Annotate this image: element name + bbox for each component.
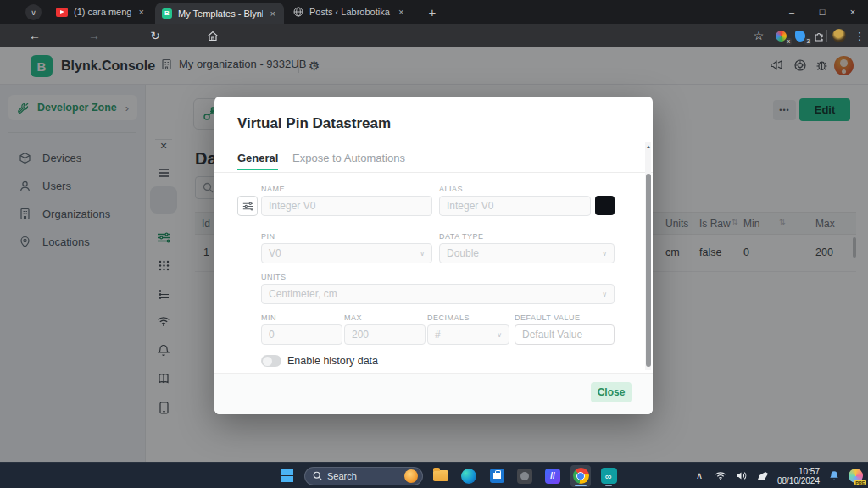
datatype-label: DATA TYPE bbox=[439, 232, 484, 241]
units-select[interactable]: Centimeter, cm ∨ bbox=[261, 284, 615, 304]
copilot-icon[interactable]: PRE bbox=[849, 469, 863, 483]
blynk-console-app: B Blynk.Console My organization - 9332UB… bbox=[0, 47, 868, 462]
tray-chevron-up-icon[interactable]: ∧ bbox=[693, 470, 706, 481]
modal-footer: Close bbox=[214, 373, 653, 414]
max-label: MAX bbox=[344, 313, 362, 322]
chrome-icon[interactable] bbox=[570, 465, 591, 487]
datatype-select[interactable]: Double ∨ bbox=[439, 243, 615, 263]
decimals-label: DECIMALS bbox=[427, 313, 470, 322]
name-label: NAME bbox=[261, 185, 285, 193]
start-button[interactable] bbox=[276, 465, 297, 487]
extension-badge: x bbox=[786, 38, 792, 45]
file-explorer-icon[interactable] bbox=[431, 465, 451, 487]
blynk-favicon-icon: B bbox=[162, 8, 172, 19]
copilot-pre-badge: PRE bbox=[854, 480, 866, 485]
tab-title: (1) cara menghubungkan senso bbox=[74, 7, 131, 17]
close-button[interactable]: Close bbox=[591, 382, 632, 402]
youtube-favicon-icon bbox=[56, 8, 68, 17]
pin-select[interactable]: V0 ∨ bbox=[261, 243, 432, 263]
datatype-value: Double bbox=[447, 247, 602, 259]
search-placeholder: Search bbox=[327, 471, 399, 481]
dev-app-icon[interactable]: // bbox=[542, 465, 563, 487]
browser-tab-youtube[interactable]: (1) cara menghubungkan senso × bbox=[49, 0, 153, 24]
extension-blue-icon[interactable]: 3 bbox=[792, 28, 809, 43]
default-value-input[interactable] bbox=[515, 324, 615, 345]
datastream-type-icon-button[interactable] bbox=[237, 196, 258, 216]
window-maximize-button[interactable]: □ bbox=[807, 0, 837, 24]
scrollbar-up-arrow-icon[interactable]: ▲ bbox=[646, 144, 651, 149]
tab-divider bbox=[153, 7, 153, 18]
browser-profile-avatar[interactable] bbox=[831, 28, 848, 43]
taskbar-search[interactable]: Search bbox=[304, 467, 423, 485]
search-icon bbox=[313, 471, 322, 480]
chevron-down-icon: ∨ bbox=[602, 291, 607, 298]
units-label: UNITS bbox=[261, 273, 287, 281]
alias-input[interactable] bbox=[439, 196, 591, 216]
tray-wifi-icon[interactable] bbox=[714, 471, 727, 480]
clock-time: 10:57 bbox=[777, 467, 820, 476]
min-label: MIN bbox=[261, 313, 276, 322]
clock-date: 08/10/2024 bbox=[777, 476, 820, 485]
decimals-value: # bbox=[435, 329, 497, 341]
pin-label: PIN bbox=[261, 232, 275, 241]
chevron-down-icon: ∨ bbox=[497, 331, 502, 339]
modal-tabs: General Expose to Automations bbox=[214, 150, 653, 173]
toolbar-divider bbox=[826, 30, 827, 42]
tab-expose-to-automations[interactable]: Expose to Automations bbox=[292, 152, 405, 164]
new-tab-button[interactable]: + bbox=[424, 3, 441, 20]
reload-button[interactable]: ↻ bbox=[146, 27, 164, 44]
window-controls: – □ × bbox=[776, 0, 868, 24]
tab-title: My Templates - Blynk.Console bbox=[178, 8, 263, 19]
chevron-down-icon: ∨ bbox=[31, 8, 36, 17]
browser-tab-blynk-active[interactable]: B My Templates - Blynk.Console × bbox=[155, 3, 284, 24]
tab-title: Posts ‹ Labrobotika — WordPre bbox=[309, 7, 391, 17]
browser-tab-strip: ∨ (1) cara menghubungkan senso × B My Te… bbox=[0, 0, 868, 24]
bookmark-star-icon[interactable]: ☆ bbox=[750, 28, 767, 43]
window-minimize-button[interactable]: – bbox=[776, 0, 807, 24]
browser-toolbar: ← → ↻ blynk.cloud/dashboard/616076/templ… bbox=[0, 24, 868, 47]
default-value-label: DEFAULT VALUE bbox=[515, 313, 581, 322]
tab-close-icon[interactable]: × bbox=[269, 8, 277, 19]
pin-value: V0 bbox=[269, 247, 420, 259]
units-value: Centimeter, cm bbox=[269, 288, 602, 300]
chevron-down-icon: ∨ bbox=[602, 250, 607, 258]
extensions-puzzle-icon[interactable] bbox=[810, 28, 827, 43]
name-input[interactable] bbox=[261, 196, 432, 216]
datastream-icon bbox=[242, 202, 253, 211]
chevron-down-icon: ∨ bbox=[420, 250, 425, 258]
tab-close-icon[interactable]: × bbox=[137, 7, 146, 17]
taskbar-clock[interactable]: 10:57 08/10/2024 bbox=[777, 467, 820, 485]
tab-general[interactable]: General bbox=[237, 152, 278, 164]
enable-history-label: Enable history data bbox=[287, 355, 378, 367]
microsoft-store-icon[interactable] bbox=[487, 465, 507, 487]
forward-button[interactable]: → bbox=[85, 27, 103, 44]
modal-title: Virtual Pin Datastream bbox=[237, 115, 391, 132]
home-button[interactable] bbox=[203, 27, 222, 44]
browser-tab-wordpress[interactable]: Posts ‹ Labrobotika — WordPre × bbox=[287, 0, 415, 24]
search-highlight-image bbox=[404, 469, 418, 483]
windows-taskbar: Search // ∞ ∧ 10:57 08/10/2024 PRE bbox=[0, 462, 868, 488]
tray-volume-icon[interactable] bbox=[735, 471, 748, 480]
color-swatch[interactable] bbox=[595, 196, 615, 215]
browser-menu-kebab-icon[interactable]: ⋮ bbox=[851, 28, 868, 43]
arduino-ide-icon[interactable]: ∞ bbox=[598, 465, 619, 487]
back-button[interactable]: ← bbox=[25, 27, 44, 44]
modal-scrollbar-thumb[interactable] bbox=[646, 174, 651, 367]
edge-browser-icon[interactable] bbox=[459, 465, 479, 487]
notification-bell-icon[interactable] bbox=[827, 470, 841, 481]
enable-history-toggle[interactable] bbox=[261, 355, 281, 367]
window-close-button[interactable]: × bbox=[837, 0, 868, 24]
min-input[interactable] bbox=[261, 324, 342, 345]
globe-favicon-icon bbox=[293, 7, 303, 17]
extension-adblock-icon[interactable]: x bbox=[772, 28, 789, 43]
tab-close-icon[interactable]: × bbox=[397, 7, 405, 17]
tab-search-button[interactable]: ∨ bbox=[25, 4, 42, 20]
decimals-select[interactable]: # ∨ bbox=[427, 324, 509, 345]
alias-label: ALIAS bbox=[439, 185, 463, 193]
max-input[interactable] bbox=[344, 324, 426, 345]
tray-pen-icon[interactable] bbox=[756, 471, 770, 480]
virtual-pin-datastream-modal: Virtual Pin Datastream General Expose to… bbox=[214, 97, 653, 414]
settings-app-icon[interactable] bbox=[515, 465, 535, 487]
